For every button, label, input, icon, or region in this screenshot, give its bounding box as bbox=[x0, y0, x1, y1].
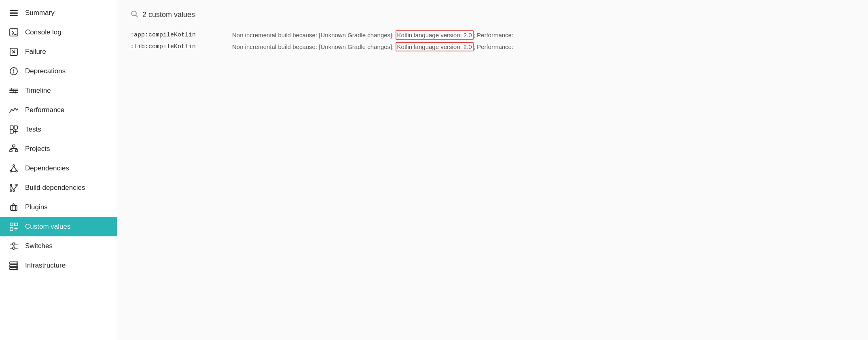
sidebar: Summary Console log Failure bbox=[0, 0, 117, 340]
task-name-1: :app:compileKotlin bbox=[130, 32, 219, 38]
timeline-icon bbox=[8, 85, 19, 96]
svg-rect-18 bbox=[10, 126, 13, 129]
svg-point-61 bbox=[16, 266, 17, 266]
sidebar-item-console-log[interactable]: Console log bbox=[0, 23, 117, 42]
value-prefix-2: Non incremental build because: [Unknown … bbox=[232, 43, 396, 50]
svg-line-33 bbox=[11, 166, 14, 170]
svg-line-34 bbox=[14, 166, 17, 170]
svg-rect-19 bbox=[14, 126, 17, 129]
svg-point-60 bbox=[16, 263, 17, 264]
svg-rect-47 bbox=[15, 223, 17, 226]
sidebar-label-performance: Performance bbox=[25, 106, 64, 114]
dependencies-icon bbox=[8, 163, 19, 174]
sidebar-item-switches[interactable]: Switches bbox=[0, 236, 117, 256]
custom-values-count: 2 custom values bbox=[142, 11, 195, 19]
summary-icon bbox=[8, 7, 19, 19]
sidebar-label-projects: Projects bbox=[25, 145, 50, 153]
svg-rect-46 bbox=[10, 223, 13, 226]
values-table: :app:compileKotlin Non incremental build… bbox=[130, 29, 855, 53]
deprecations-icon bbox=[8, 66, 19, 77]
projects-icon bbox=[8, 143, 19, 155]
svg-line-41 bbox=[14, 186, 17, 190]
sidebar-item-deprecations[interactable]: Deprecations bbox=[0, 62, 117, 81]
sidebar-item-tests[interactable]: Tests bbox=[0, 120, 117, 139]
value-highlight-2: Kotlin language version: 2.0 bbox=[396, 42, 474, 51]
main-content: 2 custom values :app:compileKotlin Non i… bbox=[117, 0, 868, 340]
sidebar-label-switches: Switches bbox=[25, 242, 53, 250]
search-icon bbox=[130, 10, 138, 19]
svg-rect-48 bbox=[10, 227, 13, 230]
svg-rect-20 bbox=[10, 130, 13, 133]
sidebar-label-infrastructure: Infrastructure bbox=[25, 261, 66, 270]
svg-rect-43 bbox=[11, 206, 17, 210]
svg-line-40 bbox=[11, 186, 14, 190]
tests-icon bbox=[8, 124, 19, 135]
sidebar-item-build-dependencies[interactable]: Build dependencies bbox=[0, 178, 117, 198]
value-suffix-1: ; Performance: bbox=[474, 32, 513, 38]
task-name-2: :lib:compileKotlin bbox=[130, 43, 219, 50]
console-icon bbox=[8, 27, 19, 38]
sidebar-label-custom-values: Custom values bbox=[25, 223, 70, 231]
sidebar-label-failure: Failure bbox=[25, 48, 46, 56]
sidebar-label-plugins: Plugins bbox=[25, 203, 48, 211]
value-suffix-2: ; Performance: bbox=[474, 43, 513, 50]
sidebar-item-failure[interactable]: Failure bbox=[0, 42, 117, 62]
sidebar-item-custom-values[interactable]: Custom values bbox=[0, 217, 117, 236]
value-highlight-1: Kotlin language version: 2.0 bbox=[396, 30, 474, 40]
switches-icon bbox=[8, 240, 19, 252]
sidebar-item-infrastructure[interactable]: Infrastructure bbox=[0, 256, 117, 275]
table-row: :app:compileKotlin Non incremental build… bbox=[130, 29, 855, 41]
sidebar-item-dependencies[interactable]: Dependencies bbox=[0, 159, 117, 178]
failure-icon bbox=[8, 46, 19, 57]
sidebar-label-build-dependencies: Build dependencies bbox=[25, 184, 85, 192]
build-dependencies-icon bbox=[8, 182, 19, 193]
sidebar-label-summary: Summary bbox=[25, 9, 55, 17]
sidebar-item-summary[interactable]: Summary bbox=[0, 3, 117, 23]
svg-point-11 bbox=[14, 73, 14, 73]
sidebar-item-projects[interactable]: Projects bbox=[0, 139, 117, 159]
infrastructure-icon bbox=[8, 260, 19, 271]
sidebar-label-console-log: Console log bbox=[25, 28, 61, 36]
value-prefix-1: Non incremental build because: [Unknown … bbox=[232, 32, 396, 38]
custom-values-icon bbox=[8, 221, 19, 232]
sidebar-label-dependencies: Dependencies bbox=[25, 164, 69, 172]
plugins-icon bbox=[8, 202, 19, 213]
sidebar-item-performance[interactable]: Performance bbox=[0, 100, 117, 120]
sidebar-item-timeline[interactable]: Timeline bbox=[0, 81, 117, 100]
search-header: 2 custom values bbox=[130, 10, 855, 19]
sidebar-label-deprecations: Deprecations bbox=[25, 67, 66, 75]
svg-point-62 bbox=[16, 268, 17, 269]
sidebar-label-tests: Tests bbox=[25, 125, 41, 134]
performance-icon bbox=[8, 104, 19, 116]
svg-line-64 bbox=[136, 15, 138, 17]
task-value-1: Non incremental build because: [Unknown … bbox=[232, 32, 855, 38]
sidebar-item-plugins[interactable]: Plugins bbox=[0, 198, 117, 217]
sidebar-label-timeline: Timeline bbox=[25, 87, 51, 95]
table-row: :lib:compileKotlin Non incremental build… bbox=[130, 41, 855, 53]
task-value-2: Non incremental build because: [Unknown … bbox=[232, 43, 855, 50]
